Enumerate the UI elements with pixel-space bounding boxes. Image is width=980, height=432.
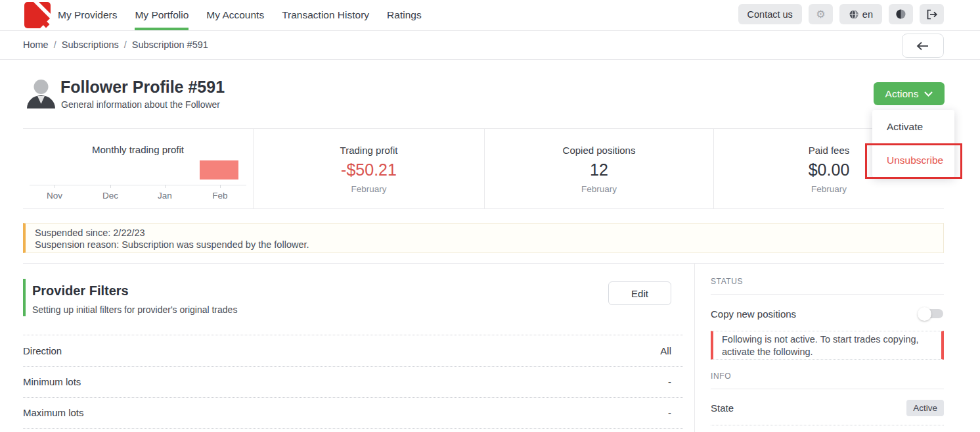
chart-tick-label-nov: Nov <box>35 191 74 201</box>
provider-filters-title: Provider Filters <box>32 283 129 299</box>
chart-tick <box>165 185 166 188</box>
state-label: State <box>711 402 734 414</box>
nav-item-transaction-history[interactable]: Transaction History <box>282 0 369 30</box>
filter-row-direction: Direction All <box>23 335 683 366</box>
nav-item-my-portfolio[interactable]: My Portfolio <box>135 0 189 30</box>
actions-button-label: Actions <box>885 88 919 100</box>
info-section-header: INFO <box>711 372 731 381</box>
stat-period: February <box>581 184 617 194</box>
alert-text: Following is not active. To start trades… <box>722 334 919 357</box>
stat-value: $0.00 <box>809 160 850 180</box>
filter-rows: Direction All Minimum lots - Maximum lot… <box>23 335 683 429</box>
stat-label: Copied positions <box>563 145 636 156</box>
column-divider <box>694 263 695 432</box>
globe-icon <box>849 9 859 20</box>
status-section-header: STATUS <box>711 277 743 286</box>
copy-new-positions-row: Copy new positions <box>711 306 944 321</box>
dotted-divider <box>711 425 944 425</box>
breadcrumb-home[interactable]: Home <box>23 39 49 50</box>
stat-period: February <box>351 184 386 194</box>
filter-label: Minimum lots <box>23 376 81 387</box>
main-menu: My Providers My Portfolio My Accounts Tr… <box>58 0 422 30</box>
state-badge: Active <box>906 400 944 416</box>
page-subtitle: General information about the Follower <box>61 99 220 110</box>
nav-item-my-accounts[interactable]: My Accounts <box>206 0 264 30</box>
top-nav: My Providers My Portfolio My Accounts Tr… <box>0 0 980 31</box>
menu-item-unsubscribe[interactable]: Unsubscribe <box>872 144 954 178</box>
breadcrumb-separator: / <box>54 39 56 50</box>
breadcrumb-row: Home / Subscriptions / Subscription #591 <box>0 31 980 60</box>
logout-button[interactable] <box>920 4 944 24</box>
provider-filters-subtitle: Setting up initial filters for provider'… <box>32 304 237 315</box>
gear-icon: ⚙ <box>816 9 825 20</box>
theme-contrast-button[interactable] <box>889 4 913 24</box>
stat-value: 12 <box>590 160 608 180</box>
breadcrumb-current: Subscription #591 <box>132 39 208 50</box>
filter-label: Direction <box>23 345 62 356</box>
menu-item-activate[interactable]: Activate <box>872 110 954 144</box>
contrast-icon <box>895 9 906 20</box>
settings-button[interactable]: ⚙ <box>809 4 833 24</box>
chart-tick <box>220 185 221 188</box>
logout-icon <box>926 9 938 20</box>
follower-profile-page: My Providers My Portfolio My Accounts Tr… <box>0 0 980 432</box>
stat-card-trading-profit: Trading profit -$50.21 February <box>253 129 484 208</box>
brand-logo-icon[interactable] <box>24 2 51 28</box>
suspension-reason-text: Suspension reason: Subscription was susp… <box>35 239 934 251</box>
filter-label: Maximum lots <box>23 407 84 418</box>
follower-avatar <box>23 76 59 112</box>
contact-us-button[interactable]: Contact us <box>738 4 802 24</box>
top-nav-actions: Contact us ⚙ en <box>738 4 944 24</box>
chart-x-axis <box>30 185 246 185</box>
stat-value: -$50.21 <box>341 160 397 180</box>
language-label: en <box>862 9 873 20</box>
chart-tick <box>55 185 55 188</box>
state-row: State Active <box>711 398 944 417</box>
language-button[interactable]: en <box>839 4 882 24</box>
monthly-profit-chart: Monthly trading profit Nov Dec Jan Feb <box>23 129 253 208</box>
actions-dropdown-menu: Activate Unsubscribe <box>872 110 954 178</box>
filter-row-minimum-lots: Minimum lots - <box>23 366 683 398</box>
divider <box>711 389 944 389</box>
divider <box>711 294 944 295</box>
chevron-down-icon <box>924 91 933 97</box>
suspended-since-text: Suspended since: 2/22/23 <box>35 227 934 239</box>
back-button[interactable] <box>902 34 944 58</box>
arrow-left-icon <box>916 41 929 51</box>
chart-tick-label-feb: Feb <box>200 191 240 201</box>
stats-panel: Monthly trading profit Nov Dec Jan Feb T… <box>23 128 944 209</box>
section-accent-bar <box>23 279 26 316</box>
breadcrumb-separator: / <box>124 39 127 50</box>
suspension-warning-banner: Suspended since: 2/22/23 Suspension reas… <box>23 223 944 253</box>
chart-tick-label-dec: Dec <box>91 191 130 201</box>
edit-filters-button[interactable]: Edit <box>608 281 671 305</box>
page-title: Follower Profile #591 <box>60 78 225 97</box>
copy-new-positions-label: Copy new positions <box>711 308 796 320</box>
chart-title: Monthly trading profit <box>23 144 253 155</box>
breadcrumb-subscriptions[interactable]: Subscriptions <box>62 39 119 50</box>
stat-label: Paid fees <box>809 145 850 156</box>
chart-tick <box>110 185 111 188</box>
toggle-knob <box>918 307 931 321</box>
chart-tick-label-jan: Jan <box>145 191 185 201</box>
stat-period: February <box>811 184 847 194</box>
filter-value: - <box>668 376 671 387</box>
actions-button[interactable]: Actions <box>874 82 945 105</box>
section-divider <box>23 263 944 264</box>
copy-new-positions-toggle[interactable] <box>919 309 943 318</box>
nav-item-ratings[interactable]: Ratings <box>387 0 422 30</box>
stat-label: Trading profit <box>340 145 398 156</box>
stat-card-copied-positions: Copied positions 12 February <box>484 129 713 208</box>
breadcrumb: Home / Subscriptions / Subscription #591 <box>23 39 208 50</box>
filter-row-maximum-lots: Maximum lots - <box>23 397 683 429</box>
filter-value: All <box>660 345 671 356</box>
filter-value: - <box>668 407 671 418</box>
chart-bar <box>200 160 238 180</box>
following-inactive-alert: Following is not active. To start trades… <box>711 331 944 360</box>
nav-item-my-providers[interactable]: My Providers <box>58 0 117 30</box>
